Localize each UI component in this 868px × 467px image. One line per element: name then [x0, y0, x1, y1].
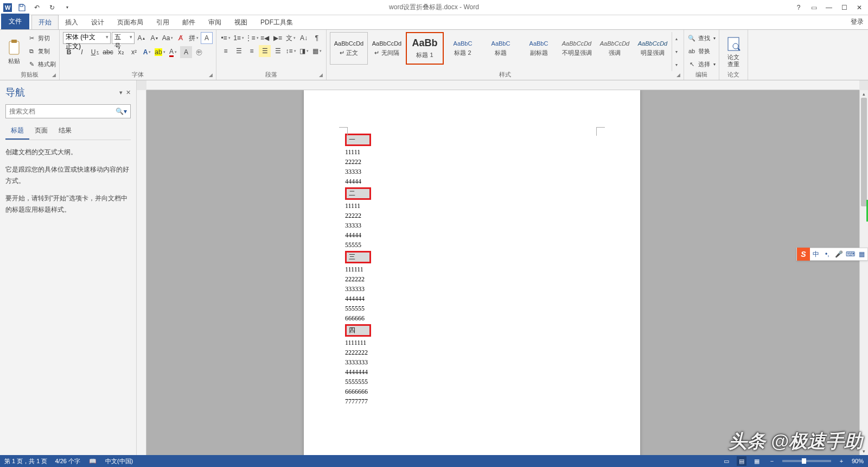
- spellcheck-icon[interactable]: 📖: [88, 456, 98, 466]
- redo-icon[interactable]: ↻: [46, 1, 59, 14]
- line-spacing-button[interactable]: ↕≡: [285, 45, 297, 57]
- doc-line[interactable]: 4444444: [345, 367, 599, 377]
- doc-line[interactable]: 44444: [345, 230, 599, 240]
- ime-mode-button[interactable]: 中: [810, 250, 821, 259]
- copy-button[interactable]: ⧉复制: [27, 45, 56, 57]
- doc-line[interactable]: 44444: [345, 176, 599, 186]
- doc-line[interactable]: 33333: [345, 167, 599, 176]
- nav-search-box[interactable]: 🔍▾: [5, 104, 131, 118]
- doc-line[interactable]: 111111: [345, 264, 599, 274]
- doc-line[interactable]: 33333: [345, 220, 599, 230]
- clipboard-launcher-icon[interactable]: ◢: [50, 72, 57, 78]
- ime-toolbar[interactable]: S 中 •, 🎤 ⌨ ▦: [796, 248, 868, 261]
- doc-line[interactable]: 222222: [345, 274, 599, 284]
- change-case-button[interactable]: Aa: [162, 32, 174, 44]
- highlight-button[interactable]: ab: [154, 46, 166, 58]
- gallery-scroll-up-icon[interactable]: ▴: [672, 32, 680, 45]
- show-marks-button[interactable]: ¶: [311, 32, 323, 44]
- status-words[interactable]: 4/26 个字: [55, 457, 80, 465]
- doc-line[interactable]: 1111111: [345, 338, 599, 348]
- format-painter-button[interactable]: ✎格式刷: [27, 58, 56, 70]
- web-layout-icon[interactable]: ▦: [752, 456, 762, 466]
- style-item-3[interactable]: AaBbC标题 2: [444, 32, 482, 65]
- text-effects-button[interactable]: A: [141, 46, 153, 58]
- shading-button[interactable]: ◨: [298, 45, 310, 57]
- ime-punct-icon[interactable]: •,: [821, 250, 833, 258]
- justify-button[interactable]: ☰: [259, 45, 271, 57]
- character-border-button[interactable]: A: [201, 32, 213, 44]
- maximize-icon[interactable]: ☐: [838, 1, 851, 14]
- find-button[interactable]: 🔍查找▾: [687, 32, 716, 44]
- clear-formatting-button[interactable]: A̸: [175, 32, 187, 44]
- align-right-button[interactable]: ≡: [246, 45, 258, 57]
- help-icon[interactable]: ?: [792, 1, 805, 14]
- style-item-8[interactable]: AaBbCcDd明显强调: [634, 32, 672, 65]
- doc-line[interactable]: 5555555: [345, 377, 599, 387]
- doc-line[interactable]: 7777777: [345, 396, 599, 406]
- doc-heading[interactable]: 四: [345, 324, 371, 337]
- doc-line[interactable]: 666666: [345, 313, 599, 323]
- doc-line[interactable]: 555555: [345, 304, 599, 313]
- doc-line[interactable]: 11111: [345, 201, 599, 211]
- borders-button[interactable]: ▦: [311, 45, 323, 57]
- distributed-button[interactable]: ☰: [272, 45, 284, 57]
- status-language[interactable]: 中文(中国): [105, 457, 133, 465]
- sign-in-link[interactable]: 登录: [851, 17, 864, 27]
- ribbon-display-icon[interactable]: ▭: [807, 1, 820, 14]
- tab-mailings[interactable]: 邮件: [176, 15, 202, 29]
- nav-dropdown-icon[interactable]: ▾: [119, 89, 123, 96]
- vertical-scrollbar[interactable]: ▴ ▾: [859, 90, 868, 455]
- undo-icon[interactable]: ↶: [30, 1, 43, 14]
- font-name-select[interactable]: 宋体 (中文正文): [63, 32, 111, 44]
- paste-button[interactable]: 粘贴: [3, 32, 25, 71]
- search-icon[interactable]: 🔍▾: [116, 108, 127, 115]
- shrink-font-button[interactable]: A▼: [149, 32, 161, 44]
- style-item-5[interactable]: AaBbC副标题: [520, 32, 558, 65]
- read-mode-icon[interactable]: ▭: [722, 456, 731, 466]
- tab-pdf-tools[interactable]: PDF工具集: [254, 15, 299, 29]
- horizontal-ruler[interactable]: [146, 80, 859, 90]
- asian-layout-button[interactable]: 文: [285, 32, 297, 44]
- minimize-icon[interactable]: —: [822, 1, 835, 14]
- scroll-up-icon[interactable]: ▴: [860, 90, 868, 98]
- zoom-level[interactable]: 90%: [852, 458, 864, 464]
- zoom-out-icon[interactable]: −: [767, 456, 777, 466]
- nav-tab-pages[interactable]: 页面: [29, 124, 53, 140]
- ime-menu-icon[interactable]: ▦: [856, 250, 867, 258]
- doc-line[interactable]: 22222: [345, 157, 599, 167]
- zoom-in-icon[interactable]: +: [837, 456, 846, 466]
- scroll-down-icon[interactable]: ▾: [860, 447, 868, 455]
- strikethrough-button[interactable]: abc: [102, 46, 114, 58]
- tab-layout[interactable]: 页面布局: [111, 15, 150, 29]
- paragraph-launcher-icon[interactable]: ◢: [317, 72, 324, 78]
- font-color-button[interactable]: A: [167, 46, 179, 58]
- doc-line[interactable]: 2222222: [345, 348, 599, 357]
- style-item-4[interactable]: AaBbC标题: [482, 32, 520, 65]
- doc-line[interactable]: 11111: [345, 147, 599, 157]
- align-center-button[interactable]: ☰: [233, 45, 245, 57]
- style-item-7[interactable]: AaBbCcDd强调: [596, 32, 634, 65]
- nav-tab-headings[interactable]: 标题: [5, 124, 29, 140]
- doc-line[interactable]: 333333: [345, 284, 599, 294]
- character-shading-button[interactable]: A: [180, 46, 192, 58]
- font-launcher-icon[interactable]: ◢: [207, 72, 214, 78]
- style-item-6[interactable]: AaBbCcDd不明显强调: [558, 32, 596, 65]
- numbering-button[interactable]: 1≡: [233, 32, 245, 44]
- cut-button[interactable]: ✂剪切: [27, 32, 56, 44]
- tab-insert[interactable]: 插入: [59, 15, 85, 29]
- doc-line[interactable]: 55555: [345, 240, 599, 250]
- replace-button[interactable]: ab替换: [687, 45, 716, 57]
- underline-button[interactable]: U: [89, 46, 101, 58]
- doc-line[interactable]: 22222: [345, 211, 599, 220]
- align-left-button[interactable]: ≡: [220, 45, 232, 57]
- close-icon[interactable]: ✕: [853, 1, 866, 14]
- doc-heading[interactable]: 一: [345, 134, 371, 146]
- tab-design[interactable]: 设计: [85, 15, 111, 29]
- thesis-check-button[interactable]: 论文 查重: [723, 32, 744, 71]
- phonetic-guide-button[interactable]: 拼: [188, 32, 200, 44]
- enclose-characters-button[interactable]: ㊥: [193, 46, 205, 58]
- zoom-slider[interactable]: [782, 460, 831, 462]
- style-item-2[interactable]: AaBb标题 1: [406, 32, 444, 65]
- qat-customize-icon[interactable]: ▾: [61, 1, 74, 14]
- tab-review[interactable]: 审阅: [202, 15, 228, 29]
